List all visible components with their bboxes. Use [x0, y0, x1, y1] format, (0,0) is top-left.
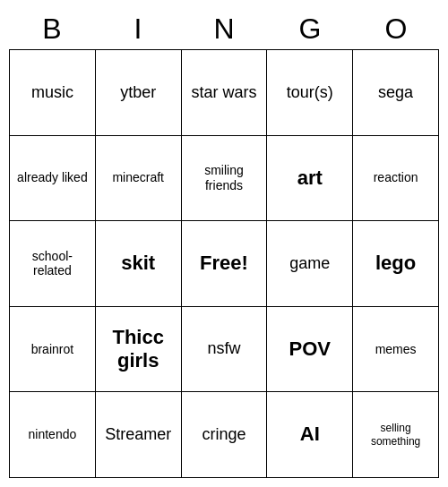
cell-text-r2-c3: game: [289, 254, 330, 274]
header-letter-O: O: [353, 9, 439, 49]
cell-r0-c3: tour(s): [267, 50, 353, 136]
cell-r4-c0: nintendo: [10, 392, 96, 478]
cell-text-r2-c2: Free!: [200, 252, 248, 275]
cell-text-r0-c0: music: [31, 83, 73, 103]
cell-text-r0-c3: tour(s): [287, 83, 333, 103]
cell-r3-c1: Thicc girls: [96, 307, 182, 393]
cell-text-r1-c3: art: [297, 167, 323, 190]
cell-r0-c2: star wars: [182, 50, 268, 136]
cell-text-r3-c0: brainrot: [31, 342, 73, 357]
header-letter-G: G: [267, 9, 353, 49]
cell-r3-c3: POV: [267, 307, 353, 393]
cell-text-r4-c4: selling something: [357, 422, 435, 448]
cell-text-r4-c3: AI: [300, 423, 320, 446]
cell-text-r2-c1: skit: [121, 252, 155, 275]
bingo-grid: musicytberstar warstour(s)segaalready li…: [9, 49, 439, 478]
cell-text-r3-c3: POV: [289, 337, 331, 361]
cell-r3-c0: brainrot: [10, 307, 96, 393]
cell-r1-c0: already liked: [10, 136, 96, 222]
cell-r4-c1: Streamer: [96, 392, 182, 478]
cell-r1-c2: smiling friends: [182, 136, 268, 222]
cell-text-r2-c4: lego: [375, 252, 416, 275]
cell-text-r0-c2: star wars: [191, 83, 256, 103]
bingo-card: BINGO musicytberstar warstour(s)segaalre…: [9, 9, 439, 478]
cell-text-r0-c4: sega: [378, 83, 413, 103]
cell-r3-c4: memes: [353, 307, 439, 393]
cell-r3-c2: nsfw: [182, 307, 268, 393]
cell-r4-c4: selling something: [353, 392, 439, 478]
cell-r2-c0: school-related: [10, 221, 96, 307]
cell-r2-c3: game: [267, 221, 353, 307]
cell-r2-c2: Free!: [182, 221, 268, 307]
cell-r1-c1: minecraft: [96, 136, 182, 222]
cell-r4-c3: AI: [267, 392, 353, 478]
cell-r1-c4: reaction: [353, 136, 439, 222]
cell-text-r1-c2: smiling friends: [185, 163, 263, 193]
cell-text-r0-c1: ytber: [120, 83, 156, 103]
cell-text-r4-c2: cringe: [202, 425, 246, 445]
cell-r4-c2: cringe: [182, 392, 268, 478]
cell-r0-c0: music: [10, 50, 96, 136]
cell-r0-c4: sega: [353, 50, 439, 136]
cell-text-r1-c0: already liked: [17, 170, 88, 185]
header-letter-B: B: [9, 9, 95, 49]
header-letter-I: I: [95, 9, 181, 49]
cell-r0-c1: ytber: [96, 50, 182, 136]
bingo-header: BINGO: [9, 9, 439, 49]
cell-text-r4-c0: nintendo: [29, 427, 77, 442]
cell-r2-c4: lego: [353, 221, 439, 307]
cell-text-r4-c1: Streamer: [105, 425, 171, 445]
cell-text-r2-c0: school-related: [13, 249, 91, 279]
cell-r2-c1: skit: [96, 221, 182, 307]
cell-text-r3-c4: memes: [375, 342, 417, 357]
cell-text-r1-c1: minecraft: [112, 170, 164, 185]
cell-text-r3-c1: Thicc girls: [99, 326, 177, 373]
cell-text-r1-c4: reaction: [374, 170, 418, 185]
cell-text-r3-c2: nsfw: [207, 339, 240, 359]
cell-r1-c3: art: [267, 136, 353, 222]
header-letter-N: N: [181, 9, 267, 49]
